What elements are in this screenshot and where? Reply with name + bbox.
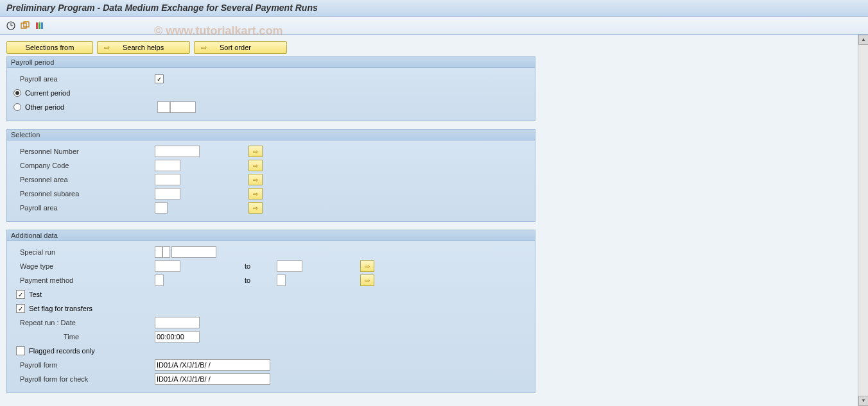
multi-select-payment-method[interactable]: ⇨: [360, 275, 374, 286]
label-to-wage: to: [245, 262, 277, 270]
sort-order-button[interactable]: ⇨ Sort order: [194, 41, 287, 54]
svg-rect-5: [36, 22, 38, 29]
group-title-payroll-period: Payroll period: [7, 57, 535, 68]
title-bar: Preliminary Program - Data Medium Exchan…: [0, 0, 868, 17]
scroll-up-icon[interactable]: ▲: [858, 35, 868, 45]
other-period-input-1[interactable]: [157, 101, 170, 113]
label-special-run: Special run: [13, 248, 155, 256]
arrow-right-icon: ⇨: [201, 44, 207, 52]
group-selection: Selection Personnel Number ⇨ Company Cod…: [6, 129, 535, 222]
radio-current-period[interactable]: [13, 89, 21, 97]
multi-select-personnel-subarea[interactable]: ⇨: [248, 188, 263, 199]
other-period-input-2[interactable]: [170, 101, 196, 113]
label-company-code: Company Code: [13, 162, 155, 169]
group-additional-data: Additional data Special run Wage type to…: [6, 230, 535, 393]
svg-rect-7: [41, 22, 43, 29]
multi-select-personnel-area[interactable]: ⇨: [248, 174, 263, 185]
label-to-payment: to: [245, 276, 277, 284]
label-payroll-area: Payroll area: [13, 75, 155, 83]
output-icon[interactable]: [33, 20, 45, 31]
search-helps-label: Search helps: [123, 44, 164, 51]
test-checkbox[interactable]: ✓: [16, 290, 25, 299]
multi-select-personnel-number[interactable]: ⇨: [248, 146, 263, 157]
personnel-area-input[interactable]: [155, 174, 180, 185]
company-code-input[interactable]: [155, 160, 180, 171]
special-run-input-3[interactable]: [171, 246, 216, 258]
group-title-selection: Selection: [7, 130, 535, 140]
label-payment-method: Payment method: [13, 276, 155, 284]
radio-other-period[interactable]: [13, 103, 21, 111]
label-set-flag: Set flag for transfers: [29, 305, 92, 312]
time-input[interactable]: [155, 331, 200, 343]
special-run-input-2[interactable]: [162, 246, 170, 258]
label-flagged-only: Flagged records only: [29, 347, 95, 355]
sort-order-label: Sort order: [220, 44, 251, 51]
label-time: Time: [13, 333, 155, 341]
multi-select-payroll-area[interactable]: ⇨: [248, 202, 263, 214]
special-run-input-1[interactable]: [155, 246, 162, 258]
wage-type-from[interactable]: [155, 260, 180, 272]
label-current-period: Current period: [25, 89, 70, 97]
personnel-number-input[interactable]: [155, 146, 200, 157]
page-title: Preliminary Program - Data Medium Exchan…: [6, 3, 318, 13]
svg-rect-6: [39, 22, 40, 29]
payroll-form-check-input[interactable]: [155, 373, 270, 385]
payroll-form-input[interactable]: [155, 359, 270, 371]
label-payroll-form: Payroll form: [13, 361, 155, 369]
set-flag-checkbox[interactable]: ✓: [16, 304, 25, 313]
selections-from-label: Selections from: [26, 44, 74, 51]
label-personnel-number: Personnel Number: [13, 148, 155, 155]
action-button-row: Selections from ⇨ Search helps ⇨ Sort or…: [6, 41, 851, 54]
label-payroll-form-check: Payroll form for check: [13, 375, 155, 383]
arrow-right-icon: ⇨: [104, 44, 110, 52]
group-title-additional: Additional data: [7, 230, 535, 241]
scroll-down-icon[interactable]: ▼: [858, 396, 868, 406]
execute-icon[interactable]: [5, 20, 17, 31]
personnel-subarea-input[interactable]: [155, 188, 180, 199]
label-repeat-run: Repeat run : Date: [13, 319, 155, 326]
payroll-area-checkbox[interactable]: ✓: [155, 74, 164, 83]
label-payroll-area-sel: Payroll area: [13, 204, 155, 212]
search-helps-button[interactable]: ⇨ Search helps: [97, 41, 190, 54]
label-wage-type: Wage type: [13, 262, 155, 270]
flagged-only-checkbox[interactable]: [16, 346, 25, 355]
repeat-run-date[interactable]: [155, 317, 200, 328]
label-test: Test: [29, 291, 42, 298]
multi-select-wage-type[interactable]: ⇨: [360, 260, 374, 272]
selections-from-button[interactable]: Selections from: [6, 41, 93, 54]
payroll-area-sel-input[interactable]: [155, 202, 168, 214]
main-content: Selections from ⇨ Search helps ⇨ Sort or…: [0, 35, 858, 406]
payment-method-from[interactable]: [155, 275, 164, 286]
vertical-scrollbar[interactable]: ▲ ▼: [858, 35, 868, 406]
app-toolbar: [0, 17, 868, 35]
label-personnel-subarea: Personnel subarea: [13, 190, 155, 198]
variant-icon[interactable]: [19, 20, 31, 31]
multi-select-company-code[interactable]: ⇨: [248, 160, 263, 171]
payment-method-to[interactable]: [277, 275, 286, 286]
label-personnel-area: Personnel area: [13, 176, 155, 183]
group-payroll-period: Payroll period Payroll area ✓ Current pe…: [6, 56, 535, 121]
wage-type-to[interactable]: [277, 260, 302, 272]
label-other-period: Other period: [25, 103, 157, 111]
